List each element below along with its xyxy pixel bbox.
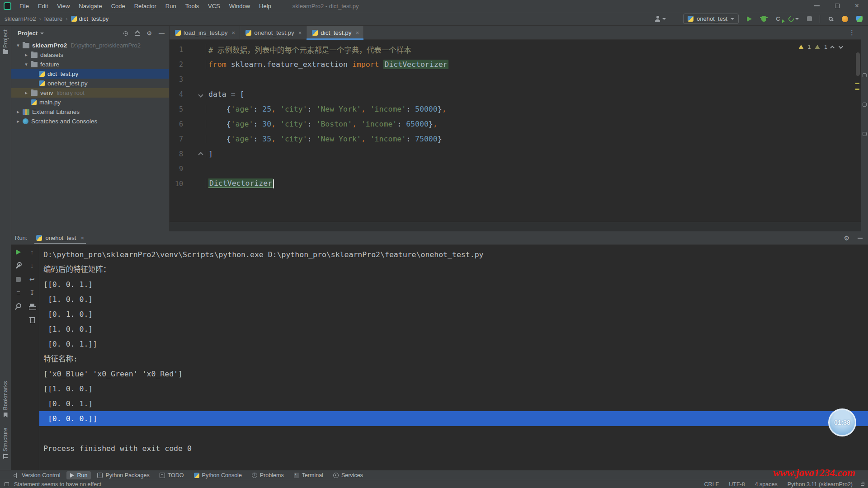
clear-all-icon[interactable]	[28, 316, 36, 324]
console-line[interactable]: [[0. 0. 1.]	[43, 277, 868, 292]
editor-tab-load-iris-test-py[interactable]: load_iris_test.py×	[170, 26, 240, 39]
console-output[interactable]: D:\python_pro\sklearnPro2\venv\Scripts\p…	[39, 245, 868, 470]
restore-layout-icon[interactable]: ≡	[14, 289, 22, 296]
code-line[interactable]: 5 {'age': 25, 'city': 'New York', 'incom…	[170, 102, 861, 117]
console-line[interactable]: Process finished with exit code 0	[43, 441, 868, 456]
console-line[interactable]: [0. 0. 1.]	[43, 396, 868, 411]
previous-issue-icon[interactable]	[830, 45, 835, 50]
code-line[interactable]: 10DictVectorizer	[170, 176, 861, 191]
ai-assistant-icon[interactable]	[863, 132, 867, 136]
console-line[interactable]: [[1. 0. 0.]	[43, 381, 868, 396]
console-line[interactable]: [0. 0. 1.]]	[43, 337, 868, 352]
console-line[interactable]: 特征名称:	[43, 352, 868, 366]
code-line[interactable]: 3	[170, 72, 861, 87]
tree-item-feature[interactable]: feature	[11, 60, 169, 69]
run-configuration-selector[interactable]: onehot_test	[683, 14, 739, 24]
rerun-button[interactable]	[14, 249, 22, 256]
toolwindow-button-terminal[interactable]: Terminal	[290, 471, 327, 479]
code-line[interactable]: 6 {'age': 30, 'city': 'Boston', 'income'…	[170, 117, 861, 131]
down-stack-trace-icon[interactable]: ↓	[28, 262, 36, 269]
run-button[interactable]	[745, 15, 753, 23]
editor-tab-dict-test-py[interactable]: dict_test.py×	[307, 26, 364, 39]
toolwindow-button-python-packages[interactable]: Python Packages	[94, 471, 153, 479]
close-tab-icon[interactable]: ×	[232, 29, 236, 36]
console-line[interactable]: [0. 1. 0.]	[43, 307, 868, 322]
user-menu-button[interactable]	[655, 16, 666, 22]
maximize-button[interactable]	[835, 4, 840, 8]
breadcrumb-item-feature[interactable]: feature	[44, 15, 62, 22]
screen-recorder-timer-badge[interactable]: 01:38	[828, 408, 856, 436]
locate-file-icon[interactable]	[123, 31, 128, 36]
code-line[interactable]: 8]	[170, 146, 861, 161]
up-stack-trace-icon[interactable]: ↑	[28, 249, 36, 256]
console-line[interactable]: D:\python_pro\sklearnPro2\venv\Scripts\p…	[43, 247, 868, 262]
toolwindow-button-problems[interactable]: Problems	[248, 471, 288, 479]
status-4-spaces[interactable]: 4 spaces	[755, 481, 778, 488]
status-python-3-11-sklearnpro2[interactable]: Python 3.11 (sklearnPro2)	[788, 481, 853, 488]
tree-item-scratches-and-consoles[interactable]: Scratches and Consoles	[11, 117, 169, 126]
code-line[interactable]: 4data = [	[170, 87, 861, 102]
toolwindow-button-run[interactable]: Run	[66, 471, 91, 479]
tree-item-venv[interactable]: venvlibrary root	[11, 88, 169, 98]
code-line[interactable]: 1# 示例数据，列表中的每个元素都是一个字典，代表一个样本	[170, 42, 861, 57]
hide-panel-icon[interactable]: —	[159, 30, 165, 37]
close-button[interactable]: ×	[855, 4, 859, 8]
scroll-to-end-icon[interactable]: ↧	[28, 289, 36, 296]
database-icon[interactable]	[863, 103, 867, 107]
menu-item-window[interactable]: Window	[225, 1, 254, 11]
editor-tab-onehot-test-py[interactable]: onehot_test.py×	[240, 26, 307, 39]
toolwindow-button-todo[interactable]: TODO	[156, 471, 188, 479]
menu-item-edit[interactable]: Edit	[34, 1, 52, 11]
status-utf-8[interactable]: UTF-8	[729, 481, 745, 488]
soft-wrap-icon[interactable]: ↩	[28, 276, 36, 283]
inspection-indicator-icon[interactable]	[5, 482, 9, 486]
run-tab-onehot-test[interactable]: onehot_test ×	[34, 232, 86, 244]
menu-item-help[interactable]: Help	[255, 1, 275, 11]
project-tool-button[interactable]: Project	[2, 29, 9, 54]
tree-item-sklearnpro2[interactable]: sklearnPro2D:\python_pro\sklearnPro2	[11, 41, 169, 50]
close-tab-icon[interactable]: ×	[356, 29, 359, 36]
console-line[interactable]: 编码后的特征矩阵：	[43, 262, 868, 277]
stop-button[interactable]	[805, 15, 813, 23]
structure-tool-button[interactable]: Structure	[2, 427, 9, 459]
editor-scrollbar[interactable]	[856, 52, 860, 76]
menu-item-refactor[interactable]: Refactor	[130, 1, 160, 11]
console-line[interactable]: [1. 0. 0.]	[43, 292, 868, 307]
close-tab-icon[interactable]: ×	[80, 235, 84, 241]
code-area[interactable]: 1 1 1# 示例数据，列表中的每个元素都是一个字典，代表一个样本2from s…	[170, 40, 861, 222]
menu-item-file[interactable]: File	[15, 1, 33, 11]
console-line[interactable]: [0. 0. 0.]]	[39, 411, 868, 426]
gear-icon[interactable]: ⚙	[844, 235, 849, 242]
menu-item-view[interactable]: View	[53, 1, 74, 11]
tree-item-datasets[interactable]: datasets	[11, 50, 169, 60]
notifications-icon[interactable]	[863, 73, 867, 77]
warning-stripe-mark[interactable]	[855, 83, 859, 84]
menu-item-navigate[interactable]: Navigate	[75, 1, 106, 11]
pin-tab-icon[interactable]	[14, 303, 22, 310]
code-line[interactable]: 7 {'age': 35, 'city': 'New York', 'incom…	[170, 131, 861, 146]
console-line[interactable]: [1. 0. 0.]	[43, 322, 868, 337]
console-line[interactable]: ['x0_Blue' 'x0_Green' 'x0_Red']	[43, 366, 868, 381]
print-icon[interactable]	[28, 303, 36, 310]
status-crlf[interactable]: CRLF	[704, 481, 719, 488]
search-everywhere-button[interactable]	[826, 15, 835, 23]
menu-item-code[interactable]: Code	[107, 1, 129, 11]
warning-stripe-mark[interactable]	[855, 89, 859, 90]
tab-options-icon[interactable]: ⋮	[843, 26, 861, 39]
settings-wrench-icon[interactable]	[14, 262, 22, 269]
console-line[interactable]	[43, 426, 868, 441]
gear-icon[interactable]: ⚙	[146, 30, 152, 37]
code-with-me-button[interactable]	[841, 15, 849, 23]
toolwindow-button-python-console[interactable]: Python Console	[190, 471, 245, 479]
profiler-button[interactable]	[788, 16, 799, 22]
ide-settings-button[interactable]	[855, 15, 863, 23]
code-line[interactable]: 9	[170, 161, 861, 176]
breadcrumb-item-sklearnpro2[interactable]: sklearnPro2	[5, 15, 36, 22]
stop-button[interactable]	[14, 276, 22, 283]
tree-item-main-py[interactable]: main.py	[11, 98, 169, 107]
hide-panel-icon[interactable]	[858, 238, 863, 239]
inspections-widget[interactable]: 1 1	[798, 44, 842, 50]
tree-item-external-libraries[interactable]: External Libraries	[11, 107, 169, 117]
menu-item-vcs[interactable]: VCS	[204, 1, 224, 11]
tree-item-onehot-test-py[interactable]: onehot_test.py	[11, 79, 169, 88]
